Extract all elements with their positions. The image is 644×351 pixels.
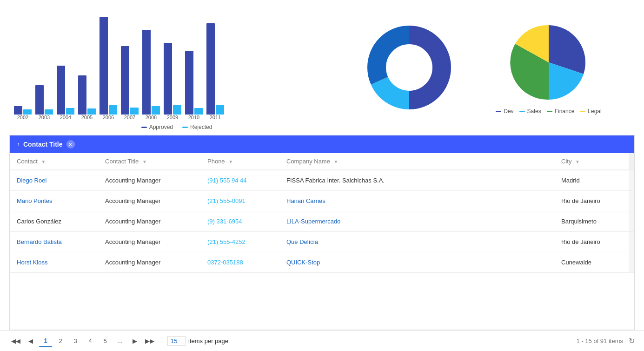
next-last-button[interactable]: ▶▶ — [143, 334, 156, 347]
sales-dot — [519, 111, 525, 112]
approved-legend-dot — [141, 127, 147, 128]
next-button[interactable]: ▶ — [128, 334, 141, 347]
col-header-company[interactable]: Company Name ▼ — [279, 153, 554, 170]
cell-contact[interactable]: Diego Roel — [10, 170, 98, 191]
page-ellipsis-button[interactable]: ... — [113, 334, 126, 347]
scrollbar-cell — [629, 252, 634, 273]
bar-group-2010: 2010 — [185, 51, 203, 120]
bar-label-2009: 2009 — [167, 115, 178, 120]
page-3-button[interactable]: 3 — [69, 334, 82, 347]
cell-contact[interactable]: Horst Kloss — [10, 252, 98, 273]
cell-phone: (21) 555-4252 — [200, 232, 279, 252]
bar-label-2007: 2007 — [124, 115, 135, 120]
legal-dot — [580, 111, 585, 112]
contact-filter-icon[interactable]: ▼ — [41, 159, 46, 164]
cell-company[interactable]: LILA-Supermercado — [279, 211, 554, 232]
table-row: Carlos González Accounting Manager (9) 3… — [10, 211, 634, 232]
cell-company[interactable]: Que Delícia — [279, 232, 554, 252]
scrollbar-header — [629, 153, 634, 170]
cell-title: Accounting Manager — [98, 232, 200, 252]
bar-chart: 2002200320042005200620072008200920102011 — [14, 18, 339, 120]
cell-company[interactable]: Hanari Carnes — [279, 191, 554, 211]
city-filter-icon[interactable]: ▼ — [575, 159, 580, 164]
cell-company[interactable]: QUICK-Stop — [279, 252, 554, 273]
cell-city: Cunewalde — [554, 252, 629, 273]
items-per-page-label: items per page — [188, 338, 228, 344]
pagination-right: 1 - 15 of 91 items ↻ — [577, 337, 635, 345]
cell-contact[interactable]: Carlos González — [10, 211, 98, 232]
scrollbar-cell — [629, 232, 634, 252]
bars-2003 — [35, 85, 53, 115]
col-header-phone[interactable]: Phone ▼ — [200, 153, 279, 170]
bar-group-2003: 2003 — [35, 85, 53, 120]
bar-chart-container: 2002200320042005200620072008200920102011… — [14, 5, 339, 130]
prev-first-button[interactable]: ◀◀ — [9, 334, 22, 347]
donut-chart-container — [339, 5, 479, 130]
phone-filter-icon[interactable]: ▼ — [228, 159, 233, 164]
approved-legend-label: Approved — [149, 124, 173, 130]
refresh-icon[interactable]: ↻ — [629, 337, 635, 345]
data-table: Contact ▼ Contact Title ▼ Phone ▼ Compan… — [10, 153, 634, 273]
bar-label-2010: 2010 — [188, 115, 199, 120]
bars-2004 — [57, 66, 74, 115]
page-2-button[interactable]: 2 — [54, 334, 67, 347]
approved-bar-2004 — [57, 66, 65, 115]
rejected-bar-2004 — [66, 108, 74, 115]
rejected-bar-2006 — [109, 105, 117, 115]
rejected-bar-2010 — [194, 108, 203, 115]
legend-legal: Legal — [580, 108, 601, 115]
rejected-bar-2008 — [152, 106, 160, 115]
bar-label-2002: 2002 — [17, 115, 28, 120]
bar-group-2006: 2006 — [100, 17, 117, 120]
col-header-title[interactable]: Contact Title ▼ — [98, 153, 200, 170]
approved-bar-2011 — [206, 23, 215, 115]
approved-bar-2008 — [142, 30, 151, 115]
bar-label-2003: 2003 — [39, 115, 50, 120]
cell-phone: (21) 555-0091 — [200, 191, 279, 211]
cell-company[interactable]: FISSA Fabrica Inter. Salchichas S.A. — [279, 170, 554, 191]
rejected-bar-2005 — [87, 108, 96, 115]
bars-2005 — [78, 75, 96, 115]
bar-group-2004: 2004 — [57, 66, 74, 120]
cell-phone: (9) 331-6954 — [200, 211, 279, 232]
bars-2010 — [185, 51, 203, 115]
sales-label: Sales — [527, 108, 541, 115]
scrollbar-cell — [629, 170, 634, 191]
col-header-contact[interactable]: Contact ▼ — [10, 153, 98, 170]
legend-dev: Dev — [496, 108, 513, 115]
title-filter-icon[interactable]: ▼ — [142, 159, 147, 164]
company-filter-icon[interactable]: ▼ — [334, 159, 339, 164]
approved-bar-2003 — [35, 85, 44, 115]
cell-city: Rio de Janeiro — [554, 191, 629, 211]
cell-title: Accounting Manager — [98, 252, 200, 273]
bars-2006 — [100, 17, 117, 115]
legend-finance: Finance — [547, 108, 575, 115]
prev-button[interactable]: ◀ — [24, 334, 37, 347]
cell-contact[interactable]: Bernardo Batista — [10, 232, 98, 252]
table-header-row: Contact ▼ Contact Title ▼ Phone ▼ Compan… — [10, 153, 634, 170]
cell-city: Rio de Janeiro — [554, 232, 629, 252]
rejected-legend-dot — [182, 127, 188, 128]
bar-group-2008: 2008 — [142, 30, 160, 120]
per-page-select[interactable]: 15 25 50 — [167, 336, 186, 346]
cell-title: Accounting Manager — [98, 191, 200, 211]
close-filter-button[interactable]: × — [66, 140, 75, 148]
rejected-bar-2003 — [45, 109, 53, 115]
legend-approved: Approved — [141, 124, 173, 130]
approved-bar-2006 — [100, 17, 108, 115]
table-row: Diego Roel Accounting Manager (91) 555 9… — [10, 170, 634, 191]
legal-label: Legal — [588, 108, 601, 115]
cell-contact[interactable]: Mario Pontes — [10, 191, 98, 211]
pie-chart-svg — [507, 20, 591, 104]
page-5-button[interactable]: 5 — [99, 334, 112, 347]
page-1-button[interactable]: 1 — [39, 334, 52, 347]
legend-rejected: Rejected — [182, 124, 212, 130]
table-row: Bernardo Batista Accounting Manager (21)… — [10, 232, 634, 252]
col-header-city[interactable]: City ▼ — [554, 153, 629, 170]
svg-point-3 — [388, 47, 430, 88]
scrollbar-cell — [629, 211, 634, 232]
main-page: 2002200320042005200620072008200920102011… — [0, 0, 644, 351]
bar-label-2004: 2004 — [60, 115, 71, 120]
dev-dot — [496, 111, 501, 112]
page-4-button[interactable]: 4 — [84, 334, 97, 347]
